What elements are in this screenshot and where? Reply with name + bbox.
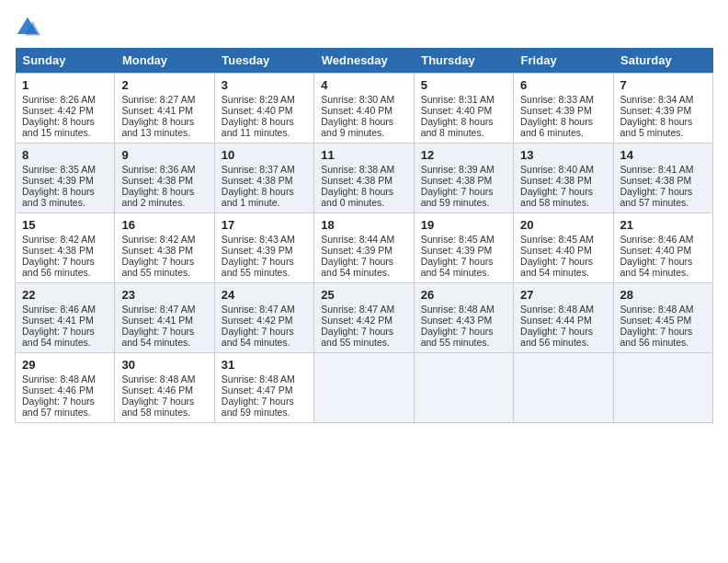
calendar-cell: 2Sunrise: 8:27 AMSunset: 4:41 PMDaylight…	[115, 74, 214, 144]
week-row-1: 1Sunrise: 8:26 AMSunset: 4:42 PMDaylight…	[16, 74, 713, 144]
day-number: 20	[520, 218, 606, 232]
sunset-text: Sunset: 4:42 PM	[222, 315, 307, 326]
sunrise-text: Sunrise: 8:36 AM	[121, 164, 207, 175]
sunset-text: Sunset: 4:40 PM	[222, 105, 307, 116]
calendar-cell: 22Sunrise: 8:46 AMSunset: 4:41 PMDayligh…	[16, 283, 115, 353]
calendar-cell: 8Sunrise: 8:35 AMSunset: 4:39 PMDaylight…	[16, 144, 115, 213]
sunset-text: Sunset: 4:42 PM	[22, 105, 108, 116]
day-number: 23	[121, 288, 207, 302]
day-number: 3	[222, 78, 307, 92]
sunrise-text: Sunrise: 8:44 AM	[321, 234, 406, 245]
daylight-text: Daylight: 8 hours and 13 minutes.	[121, 116, 207, 138]
daylight-text: Daylight: 7 hours and 54 minutes.	[22, 326, 108, 348]
calendar-cell: 29Sunrise: 8:48 AMSunset: 4:46 PMDayligh…	[16, 353, 115, 423]
sunrise-text: Sunrise: 8:48 AM	[22, 373, 108, 385]
sunrise-text: Sunrise: 8:29 AM	[222, 94, 307, 105]
day-number: 30	[121, 358, 207, 372]
sunset-text: Sunset: 4:42 PM	[321, 315, 406, 326]
daylight-text: Daylight: 7 hours and 54 minutes.	[620, 256, 706, 278]
daylight-text: Daylight: 7 hours and 59 minutes.	[222, 396, 307, 418]
calendar-cell: 4Sunrise: 8:30 AMSunset: 4:40 PMDaylight…	[314, 74, 414, 144]
sunrise-text: Sunrise: 8:42 AM	[121, 234, 207, 245]
sunrise-text: Sunrise: 8:46 AM	[22, 304, 108, 315]
day-number: 4	[321, 78, 406, 92]
day-number: 2	[121, 78, 207, 92]
calendar-cell: 28Sunrise: 8:48 AMSunset: 4:45 PMDayligh…	[613, 283, 712, 353]
sunset-text: Sunset: 4:39 PM	[520, 105, 606, 116]
day-header-wednesday: Wednesday	[314, 48, 414, 74]
sunrise-text: Sunrise: 8:48 AM	[620, 304, 706, 315]
calendar-cell: 1Sunrise: 8:26 AMSunset: 4:42 PMDaylight…	[16, 74, 115, 144]
sunrise-text: Sunrise: 8:37 AM	[222, 164, 307, 175]
sunrise-text: Sunrise: 8:48 AM	[520, 304, 606, 315]
day-number: 26	[421, 288, 506, 302]
sunrise-text: Sunrise: 8:26 AM	[22, 94, 108, 105]
calendar-cell	[414, 353, 513, 423]
daylight-text: Daylight: 8 hours and 0 minutes.	[321, 186, 406, 208]
sunrise-text: Sunrise: 8:47 AM	[121, 304, 207, 315]
sunset-text: Sunset: 4:40 PM	[321, 105, 406, 116]
day-number: 17	[222, 218, 307, 232]
sunrise-text: Sunrise: 8:48 AM	[121, 373, 207, 385]
day-header-thursday: Thursday	[414, 48, 513, 74]
day-number: 31	[222, 358, 307, 372]
daylight-text: Daylight: 7 hours and 55 minutes.	[421, 326, 506, 348]
daylight-text: Daylight: 7 hours and 55 minutes.	[121, 256, 207, 278]
day-header-friday: Friday	[514, 48, 613, 74]
sunrise-text: Sunrise: 8:45 AM	[421, 234, 506, 245]
daylight-text: Daylight: 7 hours and 56 minutes.	[22, 256, 108, 278]
daylight-text: Daylight: 7 hours and 55 minutes.	[222, 256, 307, 278]
daylight-text: Daylight: 7 hours and 58 minutes.	[520, 186, 606, 208]
daylight-text: Daylight: 7 hours and 54 minutes.	[421, 256, 506, 278]
day-header-monday: Monday	[115, 48, 214, 74]
header	[15, 15, 713, 40]
sunset-text: Sunset: 4:38 PM	[321, 175, 406, 186]
sunrise-text: Sunrise: 8:41 AM	[620, 164, 706, 175]
sunset-text: Sunset: 4:41 PM	[121, 315, 207, 326]
daylight-text: Daylight: 8 hours and 3 minutes.	[22, 186, 108, 208]
calendar-cell: 25Sunrise: 8:47 AMSunset: 4:42 PMDayligh…	[314, 283, 414, 353]
day-number: 5	[421, 78, 506, 92]
day-number: 29	[22, 358, 108, 372]
day-number: 18	[321, 218, 406, 232]
calendar-cell: 16Sunrise: 8:42 AMSunset: 4:38 PMDayligh…	[115, 213, 214, 283]
calendar-cell: 9Sunrise: 8:36 AMSunset: 4:38 PMDaylight…	[115, 144, 214, 213]
sunset-text: Sunset: 4:38 PM	[121, 175, 207, 186]
day-number: 15	[22, 218, 108, 232]
sunset-text: Sunset: 4:41 PM	[22, 315, 108, 326]
sunrise-text: Sunrise: 8:46 AM	[620, 234, 706, 245]
sunrise-text: Sunrise: 8:47 AM	[222, 304, 307, 315]
calendar-cell	[314, 353, 414, 423]
page-container: SundayMondayTuesdayWednesdayThursdayFrid…	[15, 15, 713, 423]
calendar-cell: 15Sunrise: 8:42 AMSunset: 4:38 PMDayligh…	[16, 213, 115, 283]
day-header-tuesday: Tuesday	[214, 48, 313, 74]
sunset-text: Sunset: 4:38 PM	[121, 245, 207, 256]
day-number: 28	[620, 288, 706, 302]
sunrise-text: Sunrise: 8:27 AM	[121, 94, 207, 105]
day-number: 22	[22, 288, 108, 302]
daylight-text: Daylight: 8 hours and 11 minutes.	[222, 116, 307, 138]
sunrise-text: Sunrise: 8:48 AM	[421, 304, 506, 315]
day-number: 14	[620, 148, 706, 162]
daylight-text: Daylight: 8 hours and 8 minutes.	[421, 116, 506, 138]
daylight-text: Daylight: 7 hours and 57 minutes.	[22, 396, 108, 418]
week-row-4: 22Sunrise: 8:46 AMSunset: 4:41 PMDayligh…	[16, 283, 713, 353]
sunset-text: Sunset: 4:38 PM	[222, 175, 307, 186]
daylight-text: Daylight: 7 hours and 58 minutes.	[121, 396, 207, 418]
calendar-cell: 17Sunrise: 8:43 AMSunset: 4:39 PMDayligh…	[214, 213, 313, 283]
calendar-cell: 14Sunrise: 8:41 AMSunset: 4:38 PMDayligh…	[613, 144, 712, 213]
day-number: 13	[520, 148, 606, 162]
sunset-text: Sunset: 4:39 PM	[620, 105, 706, 116]
daylight-text: Daylight: 7 hours and 57 minutes.	[620, 186, 706, 208]
calendar-cell: 18Sunrise: 8:44 AMSunset: 4:39 PMDayligh…	[314, 213, 414, 283]
sunrise-text: Sunrise: 8:38 AM	[321, 164, 406, 175]
calendar-table: SundayMondayTuesdayWednesdayThursdayFrid…	[15, 48, 713, 423]
daylight-text: Daylight: 8 hours and 5 minutes.	[620, 116, 706, 138]
sunset-text: Sunset: 4:38 PM	[421, 175, 506, 186]
daylight-text: Daylight: 8 hours and 6 minutes.	[520, 116, 606, 138]
daylight-text: Daylight: 7 hours and 54 minutes.	[520, 256, 606, 278]
sunset-text: Sunset: 4:40 PM	[520, 245, 606, 256]
calendar-cell: 20Sunrise: 8:45 AMSunset: 4:40 PMDayligh…	[514, 213, 613, 283]
sunset-text: Sunset: 4:38 PM	[22, 245, 108, 256]
sunset-text: Sunset: 4:44 PM	[520, 315, 606, 326]
